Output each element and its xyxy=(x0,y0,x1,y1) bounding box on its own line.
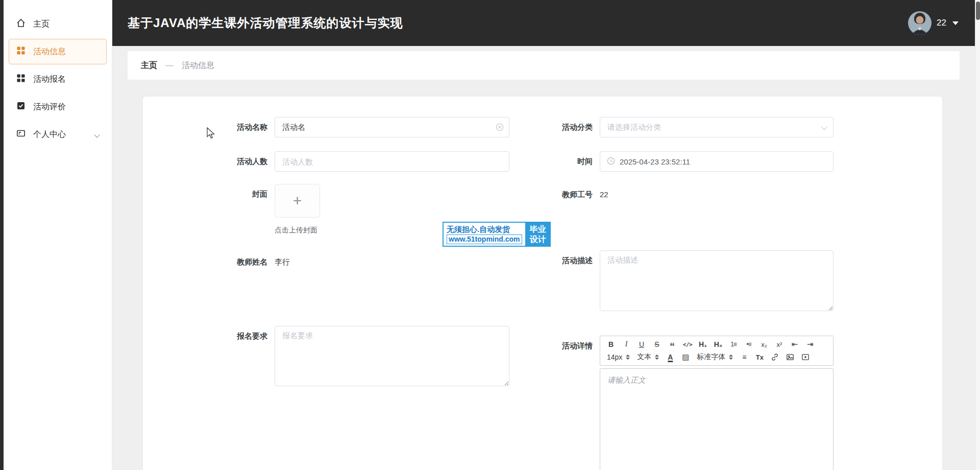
activity-count-input[interactable] xyxy=(275,151,509,172)
sidebar-item-activity-info[interactable]: 活动信息 xyxy=(9,39,107,64)
activity-count-input-wrap xyxy=(275,151,509,172)
avatar[interactable] xyxy=(908,11,932,35)
editor-bold-button[interactable]: B xyxy=(604,339,618,350)
sidebar-item-label: 个人中心 xyxy=(33,129,66,140)
activity-category-row: 活动分类 请选择活动分类 xyxy=(542,117,942,137)
editor-header2-button[interactable]: H₂ xyxy=(712,339,725,350)
time-input[interactable]: 2025-04-23 23:52:11 xyxy=(600,151,834,172)
activity-name-input[interactable] xyxy=(275,117,509,137)
teacher-name-value: 李行 xyxy=(275,253,290,271)
cover-upload-hint: 点击上传封面 xyxy=(275,226,320,235)
editor-clean-format-button[interactable]: Tx xyxy=(753,351,766,363)
editor-header1-button[interactable]: H₁ xyxy=(696,339,709,350)
time-row: 时间 2025-04-23 23:52:11 xyxy=(542,151,942,172)
teacher-id-value: 22 xyxy=(600,186,608,203)
sidebar: 主页 活动信息 活动报名 活动评价 个人中心 xyxy=(4,0,112,470)
editor-size-select[interactable]: 14px xyxy=(604,351,632,363)
teacher-id-row: 教师工号 22 xyxy=(542,186,942,203)
check-square-icon xyxy=(16,101,26,113)
sidebar-item-activity-review[interactable]: 活动评价 xyxy=(9,94,107,120)
user-menu[interactable]: 22 xyxy=(908,11,959,35)
watermark-ad-url: www.51topmind.com xyxy=(447,234,522,244)
home-icon xyxy=(16,18,26,30)
activity-name-label: 活动名称 xyxy=(143,117,275,137)
image-icon xyxy=(786,353,794,361)
vertical-scrollbar[interactable] xyxy=(975,0,980,470)
activity-name-input-wrap xyxy=(275,117,509,137)
scrollbar-thumb[interactable] xyxy=(976,2,980,20)
editor-placeholder: 请输入正文 xyxy=(607,375,826,385)
clear-icon[interactable] xyxy=(496,123,504,133)
editor-ordered-list-button[interactable]: 1≡ xyxy=(727,339,740,350)
rich-text-editor: B I U S “ </> H₁ H₂ 1≡ •≡ x₂ x² ⇤ xyxy=(600,336,834,470)
editor-indent-button[interactable]: ⇥ xyxy=(803,339,817,350)
chevron-down-icon xyxy=(94,132,100,137)
grid-icon xyxy=(16,73,26,85)
editor-toolbar: B I U S “ </> H₁ H₂ 1≡ •≡ x₂ x² ⇤ xyxy=(600,336,834,366)
caret-updown-icon xyxy=(655,355,659,360)
activity-count-label: 活动人数 xyxy=(143,151,275,172)
time-label: 时间 xyxy=(542,151,600,172)
card-icon xyxy=(16,128,26,140)
sidebar-item-home[interactable]: 主页 xyxy=(9,11,107,37)
activity-detail-row: 活动详情 B I U S “ </> H₁ H₂ 1≡ •≡ x₂ xyxy=(542,336,942,470)
activity-desc-label: 活动描述 xyxy=(542,250,600,311)
editor-background-color-button[interactable]: ▨ xyxy=(679,351,692,363)
caret-updown-icon xyxy=(626,355,630,360)
editor-blockquote-button[interactable]: “ xyxy=(666,339,679,350)
activity-count-row: 活动人数 xyxy=(143,151,542,172)
editor-link-button[interactable] xyxy=(768,351,781,363)
app-header: 基于JAVA的学生课外活动管理系统的设计与实现 22 xyxy=(112,0,980,46)
editor-text-color-button[interactable]: A xyxy=(664,351,677,363)
activity-category-placeholder: 请选择活动分类 xyxy=(607,123,661,132)
editor-font-select[interactable]: 标准字体 xyxy=(694,351,736,363)
watermark-ad-badge-line1: 毕业 xyxy=(530,224,546,234)
watermark-ad-line1: 无须担心.自动发货 xyxy=(447,224,522,234)
breadcrumb-current: 活动信息 xyxy=(182,60,214,71)
cover-label: 封面 xyxy=(143,184,275,235)
activity-desc-textarea[interactable] xyxy=(600,250,834,311)
activity-name-row: 活动名称 xyxy=(143,117,542,137)
sidebar-item-activity-signup[interactable]: 活动报名 xyxy=(9,66,107,92)
editor-text-style-select[interactable]: 文本 xyxy=(634,351,662,363)
watermark-ad: 无须担心.自动发货 www.51topmind.com 毕业 设计 xyxy=(443,222,551,247)
sidebar-item-profile[interactable]: 个人中心 xyxy=(9,122,107,147)
signup-req-label: 报名要求 xyxy=(143,326,275,386)
watermark-ad-badge: 毕业 设计 xyxy=(525,222,551,247)
breadcrumb-home[interactable]: 主页 xyxy=(141,60,157,71)
editor-subscript-button[interactable]: x₂ xyxy=(757,339,771,350)
page-title: 基于JAVA的学生课外活动管理系统的设计与实现 xyxy=(128,15,403,31)
editor-italic-button[interactable]: I xyxy=(620,339,633,350)
plus-icon: + xyxy=(293,193,302,208)
form-card: 活动名称 活动人数 封面 + xyxy=(143,97,942,470)
breadcrumb-separator: — xyxy=(165,61,174,70)
editor-superscript-button[interactable]: x² xyxy=(773,339,786,350)
activity-category-select[interactable]: 请选择活动分类 xyxy=(600,117,834,137)
editor-code-button[interactable]: </> xyxy=(681,339,694,350)
editor-content-area[interactable]: 请输入正文 xyxy=(600,368,834,470)
teacher-id-label: 教师工号 xyxy=(542,186,600,203)
teacher-name-label: 教师姓名 xyxy=(143,253,275,271)
editor-bullet-list-button[interactable]: •≡ xyxy=(742,339,755,350)
watermark-ad-badge-line2: 设计 xyxy=(530,234,546,245)
editor-align-button[interactable]: ≡ xyxy=(738,351,751,363)
editor-size-value: 14px xyxy=(607,353,622,361)
cover-upload-button[interactable]: + xyxy=(275,184,320,218)
link-icon xyxy=(771,353,779,361)
watermark-ad-text: 无须担心.自动发货 www.51topmind.com xyxy=(443,222,525,247)
editor-video-button[interactable] xyxy=(799,351,812,363)
signup-req-textarea[interactable] xyxy=(275,326,509,386)
main-content: 主页 — 活动信息 活动名称 活动人数 xyxy=(112,46,975,470)
editor-underline-button[interactable]: U xyxy=(635,339,648,350)
sidebar-menu: 主页 活动信息 活动报名 活动评价 个人中心 xyxy=(4,0,112,147)
chevron-down-icon xyxy=(821,123,828,130)
editor-outdent-button[interactable]: ⇤ xyxy=(788,339,801,350)
user-label: 22 xyxy=(937,18,946,28)
sidebar-item-label: 活动报名 xyxy=(33,74,66,85)
form-column-right: 活动分类 请选择活动分类 时间 2025-04-23 23:52:11 教师工号… xyxy=(542,117,942,470)
editor-image-button[interactable] xyxy=(783,351,797,363)
teacher-name-row: 教师姓名 李行 xyxy=(143,253,542,271)
editor-strike-button[interactable]: S xyxy=(650,339,664,350)
time-value: 2025-04-23 23:52:11 xyxy=(620,157,690,166)
activity-desc-row: 活动描述 xyxy=(542,250,942,311)
